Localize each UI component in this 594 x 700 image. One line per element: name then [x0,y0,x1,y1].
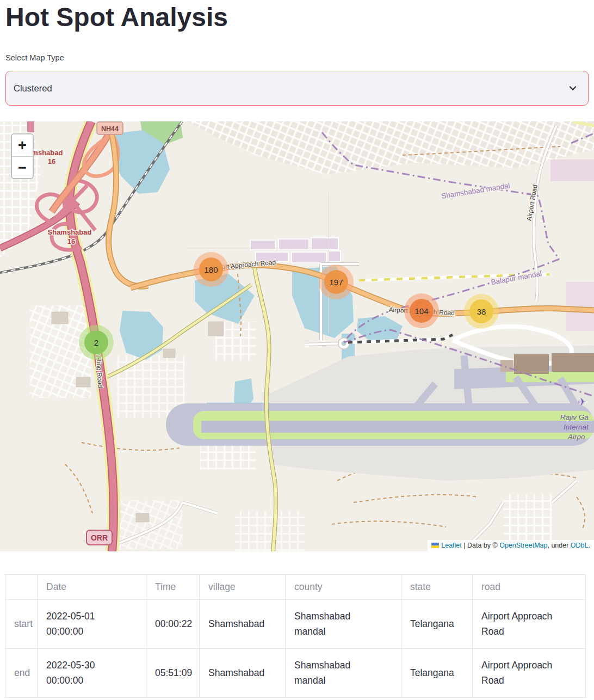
junction-ref-2: 16 [48,157,55,165]
leaflet-link[interactable]: Leaflet [441,542,462,549]
cell-county: Shamshabad mandal [286,649,401,698]
trip-summary-table: Date Time village county state road star… [5,574,586,698]
cluster-count: 38 [469,299,493,323]
odbl-link[interactable]: ODbL [571,542,589,549]
zoom-out-button[interactable]: − [12,156,33,178]
attribution-under: , under [547,542,570,549]
table-row-end: end 2022-05-30 00:00:00 05:51:09 Shamsha… [5,649,586,698]
cell-state: Telangana [401,649,473,698]
airport-name-line3: Airpo [567,433,585,441]
header-state: state [401,575,473,600]
row-index: start [5,600,38,649]
attribution-text: | Data by © [462,542,499,549]
airport-name-line2: Internat [564,423,589,431]
cell-date: 2022-05-01 00:00:00 [38,600,146,649]
orr-badge: ORR [91,533,108,542]
cell-state: Telangana [401,600,473,649]
map-zoom-control: + − [11,133,34,179]
map-type-label: Select Map Type [5,53,64,62]
cell-time: 05:51:09 [146,649,200,698]
leaflet-map[interactable]: ✈ [0,121,594,551]
cell-date: 2022-05-30 00:00:00 [38,649,146,698]
openstreetmap-link[interactable]: OpenStreetMap [499,542,547,549]
zoom-in-button[interactable]: + [12,134,33,156]
header-village: village [200,575,286,600]
table-row-start: start 2022-05-01 00:00:00 00:00:22 Shams… [5,600,586,649]
header-time: Time [146,575,200,600]
attribution-period: . [589,542,590,549]
header-county: county [286,575,401,600]
header-date: Date [38,575,146,600]
cluster-count: 104 [410,299,434,323]
page-title: Hot Spot Analysis [5,2,228,32]
table-header-row: Date Time village county state road [5,575,586,600]
cluster-marker-104[interactable]: 104 [404,293,439,328]
airplane-icon: ✈ [578,396,586,408]
header-index [5,575,38,600]
map-type-selected-value: Clustered [14,83,52,94]
cell-village: Shamshabad [200,649,286,698]
cluster-marker-197[interactable]: 197 [319,265,354,299]
airport-name-line1: Rajiv Ga [560,413,589,421]
cluster-marker-180[interactable]: 180 [194,252,228,287]
map-type-select[interactable]: Clustered [5,71,589,106]
nh44-badge: NH44 [101,125,119,133]
cluster-marker-38[interactable]: 38 [464,294,499,329]
cluster-count: 197 [324,270,348,294]
map-attribution: Leaflet | Data by © OpenStreetMap, under… [428,540,594,551]
chevron-down-icon [567,83,578,94]
junction-ref-1: 16 [67,237,75,245]
cell-road: Airport Approach Road [473,649,586,698]
row-index: end [5,649,38,698]
cluster-count: 180 [199,257,223,281]
cell-county: Shamshabad mandal [286,600,401,649]
cluster-marker-2[interactable]: 2 [79,325,114,360]
ukraine-flag-icon [431,543,439,548]
junction-label-shamshabad-1: Shamshabad [48,228,92,236]
cluster-count: 2 [84,330,108,354]
header-road: road [473,575,586,600]
cell-road: Airport Approach Road [473,600,586,649]
cell-time: 00:00:22 [146,600,200,649]
cell-village: Shamshabad [200,600,286,649]
